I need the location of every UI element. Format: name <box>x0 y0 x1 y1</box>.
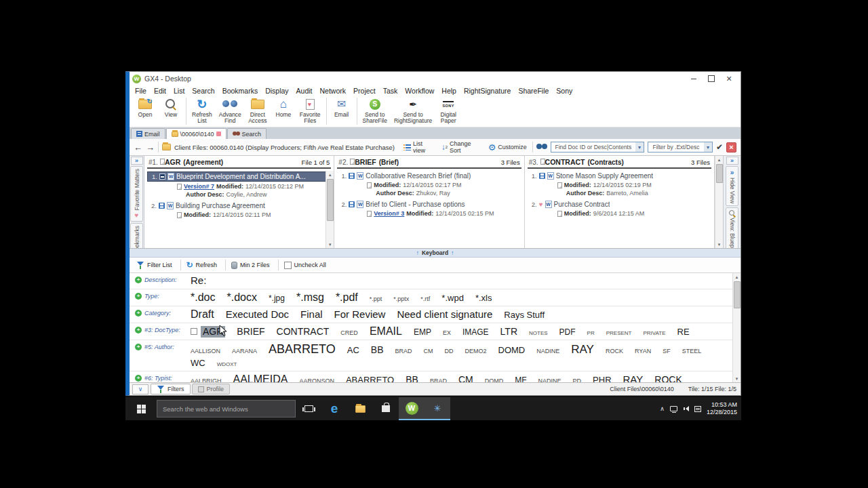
network-icon[interactable] <box>670 406 677 411</box>
filter-tag-ray[interactable]: RAY <box>623 373 644 383</box>
filter-tag-cm[interactable]: CM <box>458 374 473 383</box>
snowflake-app-button[interactable] <box>425 397 450 420</box>
filter-tag-re-[interactable]: Re: <box>191 274 206 287</box>
close-panel-icon[interactable] <box>726 142 736 152</box>
filter-tag-aallison[interactable]: AALLISON <box>191 348 220 355</box>
doctype-checkbox[interactable] <box>191 328 197 335</box>
filter-tag-emp[interactable]: EMP <box>414 327 431 338</box>
taskbar-search-input[interactable]: Search the web and Windows <box>157 400 296 418</box>
document-row[interactable]: 1.Collaborative Research Brief (final) <box>337 171 521 180</box>
edge-button[interactable] <box>321 397 347 420</box>
plus-icon[interactable] <box>135 293 142 300</box>
filter-tag-for-review[interactable]: For Review <box>334 308 386 321</box>
column-scrollbar[interactable] <box>326 171 334 248</box>
speaker-icon[interactable] <box>683 406 689 411</box>
menu-bookmarks[interactable]: Bookmarks <box>222 87 258 95</box>
filter-tag--wpd[interactable]: *.wpd <box>441 293 464 304</box>
filter-tag-ray[interactable]: RAY <box>571 342 594 357</box>
filter-tag-steel[interactable]: STEEL <box>682 348 702 355</box>
tab--00060-0140[interactable]: \00060\0140 <box>166 128 226 139</box>
scroll-thumb[interactable] <box>734 281 741 308</box>
filter-tag-aarana[interactable]: AARANA <box>232 348 257 355</box>
filter-tag-aalbrigh[interactable]: AALBRIGH <box>191 378 222 383</box>
filter-tag-final[interactable]: Final <box>300 308 323 321</box>
menu-rightsignature[interactable]: RightSignature <box>464 87 511 95</box>
store-button[interactable] <box>373 397 399 420</box>
task-view-button[interactable] <box>296 397 321 420</box>
filter-list-button[interactable]: Filter List <box>134 260 178 270</box>
filter-tag-rock[interactable]: ROCK <box>606 348 623 355</box>
filter-tag-pdf[interactable]: PDF <box>559 327 576 338</box>
menu-network[interactable]: Network <box>320 87 347 95</box>
taskbar-clock[interactable]: 10:53 AM 12/28/2015 <box>707 401 737 416</box>
plus-icon[interactable] <box>135 375 142 382</box>
filter-tag-rays-stuff[interactable]: Rays Stuff <box>504 310 545 321</box>
menu-task[interactable]: Task <box>383 87 398 95</box>
filter-tag-notes[interactable]: NOTES <box>529 330 548 337</box>
plus-icon[interactable] <box>135 277 142 283</box>
filter-tag-executed-doc[interactable]: Executed Doc <box>226 308 289 321</box>
collapse-chevron-button[interactable] <box>132 384 149 394</box>
filter-tag--docx[interactable]: *.docx <box>226 291 256 304</box>
bottom-tab-profile[interactable]: Profile <box>192 384 231 394</box>
scroll-up-icon[interactable] <box>733 273 741 281</box>
filter-tag-private[interactable]: PRIVATE <box>644 330 666 337</box>
menu-file[interactable]: File <box>135 87 146 95</box>
apply-check-icon[interactable] <box>716 142 723 152</box>
tray-chevron-icon[interactable] <box>660 405 665 412</box>
filter-tag-wdoxt[interactable]: WDOXT <box>217 361 237 368</box>
toolbar-send-to-rightsignature[interactable]: Send to RightSignature <box>391 96 435 127</box>
back-icon[interactable] <box>134 142 142 152</box>
filter-tag--xls[interactable]: *.xls <box>475 293 492 304</box>
plus-icon[interactable] <box>135 344 142 350</box>
version-link[interactable]: Version# 3 <box>374 209 404 218</box>
filter-tag--pdf[interactable]: *.pdf <box>336 291 358 304</box>
filter-tag--ppt[interactable]: *.ppt <box>370 296 382 303</box>
dropdown-arrow-icon[interactable] <box>704 142 712 152</box>
change-sort-button[interactable]: Change Sort <box>441 140 481 154</box>
document-row[interactable]: 2.Purchase Contract <box>528 200 711 209</box>
filter-tag--jpg[interactable]: *.jpg <box>269 293 285 304</box>
scroll-thumb[interactable] <box>327 179 334 221</box>
filter-tag-abarreto[interactable]: ABARRETO <box>269 342 336 357</box>
menu-search[interactable]: Search <box>192 87 214 95</box>
filter-tag-brief[interactable]: BRIEF <box>237 326 264 338</box>
tab-email[interactable]: Email <box>131 128 165 139</box>
sidebar-item-bookmarks[interactable]: Bookmarks <box>130 223 143 248</box>
close-button[interactable] <box>720 73 738 85</box>
find-dropdown[interactable]: Find Doc ID or Desc|Contents <box>551 142 644 152</box>
filter-tag-image[interactable]: IMAGE <box>462 327 489 338</box>
menu-sony[interactable]: Sony <box>556 87 572 95</box>
scroll-down-icon[interactable] <box>326 241 334 248</box>
filter-tag-domd[interactable]: DOMD <box>485 378 504 383</box>
scroll-down-icon[interactable] <box>733 375 741 382</box>
filter-tag-nadine[interactable]: NADINE <box>536 348 559 355</box>
filter-tag-need-client-signature[interactable]: Need client signature <box>397 308 492 321</box>
menu-workflow[interactable]: Workflow <box>405 87 434 95</box>
menu-audit[interactable]: Audit <box>296 87 313 95</box>
main-scrollbar[interactable] <box>715 156 723 248</box>
document-row[interactable]: 1.Stone Mason Supply Agreement <box>528 171 711 180</box>
filter-tag-ex[interactable]: EX <box>443 329 451 337</box>
filter-tag-brad[interactable]: BRAD <box>430 378 447 383</box>
find-binoculars-icon[interactable] <box>536 144 547 150</box>
toolbar-open[interactable]: Open <box>132 96 158 127</box>
filter-tag-dd[interactable]: DD <box>445 348 454 355</box>
filter-tag-nadine[interactable]: NADINE <box>538 378 561 383</box>
toolbar-digital-paper[interactable]: Digital Paper <box>435 96 461 127</box>
scroll-thumb[interactable] <box>716 164 723 183</box>
filter-tag-cred[interactable]: CRED <box>340 329 358 337</box>
sidebar-item-hide-view[interactable]: Hide View <box>726 166 738 206</box>
toolbar-send-to-sharefile[interactable]: Send to ShareFile <box>359 96 391 127</box>
scroll-up-icon[interactable] <box>326 171 334 178</box>
menu-sharefile[interactable]: ShareFile <box>518 87 549 95</box>
filter-tag-wc[interactable]: WC <box>191 358 205 369</box>
filter-tag-cm[interactable]: CM <box>424 348 433 355</box>
document-row[interactable]: 2.Brief to Client - Purchase options <box>337 200 521 209</box>
customize-button[interactable]: Customize <box>488 142 527 152</box>
toolbar-email[interactable]: Email <box>329 96 355 127</box>
filter-tag-ryan[interactable]: RYAN <box>635 348 651 355</box>
filter-tag-aaronson[interactable]: AARONSON <box>299 378 334 383</box>
menu-list[interactable]: List <box>174 87 184 95</box>
bottom-tab-filters[interactable]: Filters <box>151 384 191 394</box>
